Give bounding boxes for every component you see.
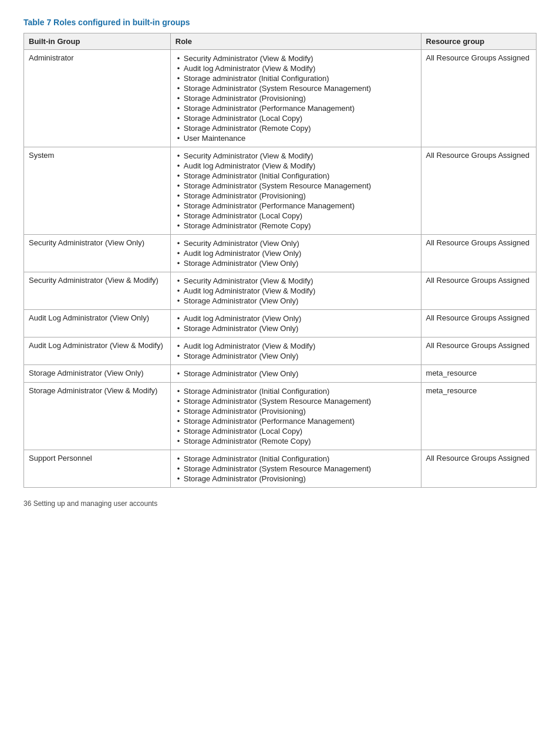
group-cell: Storage Administrator (View Only) [24, 365, 171, 383]
group-cell: Security Administrator (View Only) [24, 235, 171, 272]
footer-text: 36 Setting up and managing user accounts [23, 499, 537, 508]
table-title: Table 7 Roles configured in built-in gro… [23, 18, 537, 27]
roles-cell: Storage Administrator (View Only) [170, 365, 421, 383]
table-row: Audit Log Administrator (View Only)Audit… [24, 310, 537, 337]
role-item: Security Administrator (View Only) [176, 238, 416, 248]
table-row: Storage Administrator (View Only)Storage… [24, 365, 537, 383]
role-item: Storage Administrator (System Resource M… [176, 83, 416, 93]
group-cell: Audit Log Administrator (View & Modify) [24, 337, 171, 365]
col-header-group: Built-in Group [24, 33, 171, 50]
roles-cell: Storage Administrator (Initial Configura… [170, 450, 421, 488]
resource-cell: All Resource Groups Assigned [421, 450, 536, 488]
role-item: Storage Administrator (Remote Copy) [176, 436, 416, 446]
role-item: Storage Administrator (Performance Manag… [176, 103, 416, 113]
role-item: Storage Administrator (Local Copy) [176, 211, 416, 221]
resource-cell: All Resource Groups Assigned [421, 50, 536, 147]
roles-cell: Security Administrator (View & Modify)Au… [170, 50, 421, 147]
role-item: Storage Administrator (Provisioning) [176, 474, 416, 484]
role-item: User Maintenance [176, 133, 416, 143]
roles-cell: Storage Administrator (Initial Configura… [170, 383, 421, 450]
role-item: Storage Administrator (Remote Copy) [176, 123, 416, 133]
roles-cell: Security Administrator (View & Modify)Au… [170, 272, 421, 310]
role-item: Audit log Administrator (View Only) [176, 248, 416, 258]
role-item: Storage Administrator (View Only) [176, 351, 416, 361]
role-item: Storage Administrator (System Resource M… [176, 464, 416, 474]
role-item: Storage Administrator (System Resource M… [176, 396, 416, 406]
roles-cell: Audit log Administrator (View & Modify)S… [170, 337, 421, 365]
role-item: Storage Administrator (Remote Copy) [176, 221, 416, 231]
group-cell: Security Administrator (View & Modify) [24, 272, 171, 310]
col-header-resource: Resource group [421, 33, 536, 50]
role-item: Audit log Administrator (View & Modify) [176, 63, 416, 73]
table-row: Security Administrator (View & Modify)Se… [24, 272, 537, 310]
table-row: Audit Log Administrator (View & Modify)A… [24, 337, 537, 365]
role-item: Storage Administrator (Provisioning) [176, 93, 416, 103]
role-item: Audit log Administrator (View & Modify) [176, 161, 416, 171]
role-item: Storage Administrator (Initial Configura… [176, 386, 416, 396]
table-row: AdministratorSecurity Administrator (Vie… [24, 50, 537, 147]
role-item: Storage Administrator (View Only) [176, 296, 416, 306]
role-item: Security Administrator (View & Modify) [176, 151, 416, 161]
role-item: Storage Administrator (Provisioning) [176, 191, 416, 201]
resource-cell: All Resource Groups Assigned [421, 337, 536, 365]
group-cell: Support Personnel [24, 450, 171, 488]
role-item: Storage Administrator (Initial Configura… [176, 171, 416, 181]
col-header-role: Role [170, 33, 421, 50]
role-item: Storage Administrator (Performance Manag… [176, 201, 416, 211]
role-item: Audit log Administrator (View Only) [176, 313, 416, 323]
group-cell: Storage Administrator (View & Modify) [24, 383, 171, 450]
table-row: SystemSecurity Administrator (View & Mod… [24, 147, 537, 235]
roles-cell: Audit log Administrator (View Only)Stora… [170, 310, 421, 337]
table-row: Security Administrator (View Only)Securi… [24, 235, 537, 272]
resource-cell: All Resource Groups Assigned [421, 147, 536, 235]
role-item: Storage Administrator (View Only) [176, 258, 416, 268]
role-item: Storage Administrator (Provisioning) [176, 406, 416, 416]
role-item: Storage Administrator (System Resource M… [176, 181, 416, 191]
role-item: Storage administrator (Initial Configura… [176, 73, 416, 83]
table-row: Support PersonnelStorage Administrator (… [24, 450, 537, 488]
roles-table: Built-in Group Role Resource group Admin… [23, 33, 537, 488]
resource-cell: All Resource Groups Assigned [421, 272, 536, 310]
group-cell: Administrator [24, 50, 171, 147]
role-item: Security Administrator (View & Modify) [176, 53, 416, 63]
group-cell: Audit Log Administrator (View Only) [24, 310, 171, 337]
resource-cell: meta_resource [421, 383, 536, 450]
resource-cell: meta_resource [421, 365, 536, 383]
role-item: Storage Administrator (Local Copy) [176, 113, 416, 123]
roles-cell: Security Administrator (View Only)Audit … [170, 235, 421, 272]
role-item: Storage Administrator (View Only) [176, 323, 416, 333]
role-item: Storage Administrator (Performance Manag… [176, 416, 416, 426]
role-item: Storage Administrator (Initial Configura… [176, 454, 416, 464]
roles-cell: Security Administrator (View & Modify)Au… [170, 147, 421, 235]
role-item: Storage Administrator (Local Copy) [176, 426, 416, 436]
role-item: Audit log Administrator (View & Modify) [176, 286, 416, 296]
table-row: Storage Administrator (View & Modify)Sto… [24, 383, 537, 450]
role-item: Security Administrator (View & Modify) [176, 276, 416, 286]
group-cell: System [24, 147, 171, 235]
role-item: Storage Administrator (View Only) [176, 369, 416, 379]
role-item: Audit log Administrator (View & Modify) [176, 341, 416, 351]
resource-cell: All Resource Groups Assigned [421, 235, 536, 272]
resource-cell: All Resource Groups Assigned [421, 310, 536, 337]
